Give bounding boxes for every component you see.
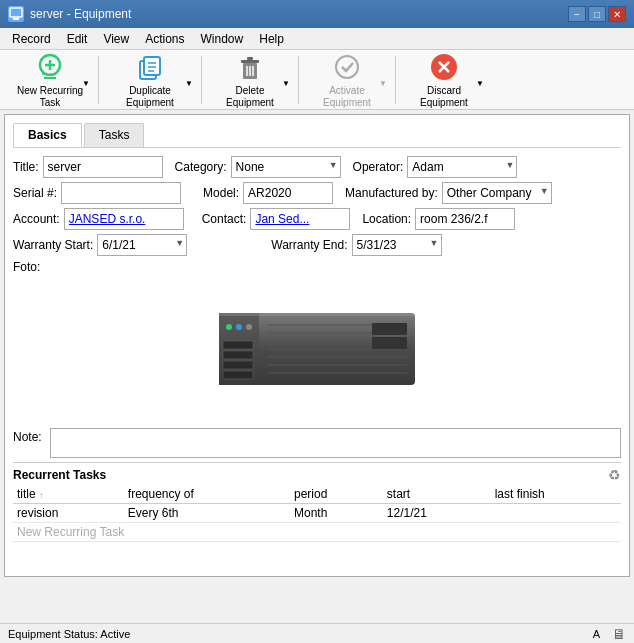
svg-point-25 (236, 324, 242, 330)
new-row[interactable]: New Recurring Task (13, 523, 621, 542)
menu-view[interactable]: View (95, 30, 137, 48)
title-input[interactable] (43, 156, 163, 178)
new-recurring-task-button[interactable]: New Recurring Task (6, 54, 94, 106)
svg-rect-38 (372, 323, 407, 335)
col-title: title ↑ (13, 485, 124, 504)
title-bar: server - Equipment − □ ✕ (0, 0, 634, 28)
account-field-group: Account: (13, 208, 184, 230)
row-start: 12/1/21 (383, 504, 491, 523)
status-bar: Equipment Status: Active A 🖥 (0, 623, 634, 643)
discard-icon (428, 51, 460, 83)
tab-bar: Basics Tasks (13, 123, 621, 148)
warranty-start-group: Warranty Start: 6/1/21 ▼ (13, 234, 187, 256)
duplicate-dropdown-arrow[interactable]: ▼ (185, 79, 193, 88)
title-label: Title: (13, 160, 39, 174)
svg-rect-28 (223, 351, 253, 359)
delete-icon (234, 51, 266, 83)
toolbar: New Recurring Task ▼ Duplicate Equipment… (0, 50, 634, 110)
discard-dropdown-arrow[interactable]: ▼ (476, 79, 484, 88)
new-task-dropdown-arrow[interactable]: ▼ (82, 79, 90, 88)
serial-input[interactable] (61, 182, 181, 204)
row-frequency: Every 6th (124, 504, 290, 523)
activate-dropdown-arrow: ▼ (379, 79, 387, 88)
delete-dropdown-arrow[interactable]: ▼ (282, 79, 290, 88)
status-center-indicator: A (593, 628, 600, 640)
foto-section: Foto: (13, 260, 621, 424)
row-title: revision (13, 504, 124, 523)
row-period: Month (290, 504, 383, 523)
account-input[interactable] (64, 208, 184, 230)
duplicate-equipment-label: Duplicate Equipment (112, 85, 188, 109)
sort-arrow-title: ↑ (39, 491, 43, 500)
duplicate-equipment-button[interactable]: Duplicate Equipment (103, 54, 197, 106)
serial-label: Serial #: (13, 186, 57, 200)
menu-record[interactable]: Record (4, 30, 59, 48)
svg-rect-29 (223, 361, 253, 369)
svg-rect-30 (223, 371, 253, 379)
manufactured-select[interactable]: Other Company (442, 182, 552, 204)
svg-point-26 (246, 324, 252, 330)
warranty-start-select[interactable]: 6/1/21 (97, 234, 187, 256)
row-last-finish (491, 504, 621, 523)
svg-rect-13 (241, 60, 259, 63)
minimize-button[interactable]: − (568, 6, 586, 22)
server-svg (217, 305, 417, 393)
form-row-2: Serial #: Model: Manufactured by: Other … (13, 182, 621, 204)
model-field-group: Model: (185, 182, 333, 204)
manufactured-label: Manufactured by: (345, 186, 438, 200)
separator-4 (395, 56, 396, 104)
foto-area (13, 274, 621, 424)
manufactured-field-group: Manufactured by: Other Company ▼ (337, 182, 552, 204)
window-title: server - Equipment (30, 7, 131, 21)
delete-equipment-button[interactable]: Delete Equipment (206, 54, 294, 106)
app-icon (8, 6, 24, 22)
main-content: Basics Tasks Title: Category: None ▼ Ope… (4, 114, 630, 577)
serial-field-group: Serial #: (13, 182, 181, 204)
menu-edit[interactable]: Edit (59, 30, 96, 48)
model-label: Model: (203, 186, 239, 200)
recurrent-tasks-header: Recurrent Tasks ♻ (13, 462, 621, 483)
operator-label: Operator: (353, 160, 404, 174)
model-input[interactable] (243, 182, 333, 204)
maximize-button[interactable]: □ (588, 6, 606, 22)
svg-rect-40 (219, 313, 415, 316)
warranty-end-group: Warranty End: 5/31/23 ▼ (271, 234, 441, 256)
close-button[interactable]: ✕ (608, 6, 626, 22)
form-row-3: Account: Contact: Location: (13, 208, 621, 230)
location-label: Location: (362, 212, 411, 226)
category-label: Category: (175, 160, 227, 174)
discard-equipment-label: Discard Equipment (409, 85, 479, 109)
title-field-group: Title: (13, 156, 163, 178)
col-start: start (383, 485, 491, 504)
location-field-group: Location: (354, 208, 515, 230)
col-frequency: frequency of (124, 485, 290, 504)
warranty-end-select[interactable]: 5/31/23 (352, 234, 442, 256)
col-last-finish: last finish (491, 485, 621, 504)
warranty-end-label: Warranty End: (271, 238, 347, 252)
contact-input[interactable] (250, 208, 350, 230)
form-row-4: Warranty Start: 6/1/21 ▼ Warranty End: 5… (13, 234, 621, 256)
category-select[interactable]: None (231, 156, 341, 178)
tab-tasks[interactable]: Tasks (84, 123, 145, 147)
table-row[interactable]: revision Every 6th Month 12/1/21 (13, 504, 621, 523)
note-label: Note: (13, 428, 42, 444)
note-textarea[interactable] (50, 428, 621, 458)
form-row-1: Title: Category: None ▼ Operator: Adam ▼ (13, 156, 621, 178)
operator-select[interactable]: Adam (407, 156, 517, 178)
server-image (217, 305, 417, 393)
contact-field-group: Contact: (188, 208, 351, 230)
location-input[interactable] (415, 208, 515, 230)
new-row-placeholder: New Recurring Task (13, 523, 621, 542)
new-recurring-task-label: New Recurring Task (15, 85, 85, 109)
menu-actions[interactable]: Actions (137, 30, 192, 48)
separator-3 (298, 56, 299, 104)
menu-window[interactable]: Window (193, 30, 252, 48)
discard-equipment-button[interactable]: Discard Equipment (400, 54, 488, 106)
monitor-icon: 🖥 (612, 626, 626, 642)
menu-help[interactable]: Help (251, 30, 292, 48)
task-table: title ↑ frequency of period start last f… (13, 485, 621, 542)
svg-rect-1 (13, 18, 19, 20)
account-label: Account: (13, 212, 60, 226)
separator-1 (98, 56, 99, 104)
tab-basics[interactable]: Basics (13, 123, 82, 147)
